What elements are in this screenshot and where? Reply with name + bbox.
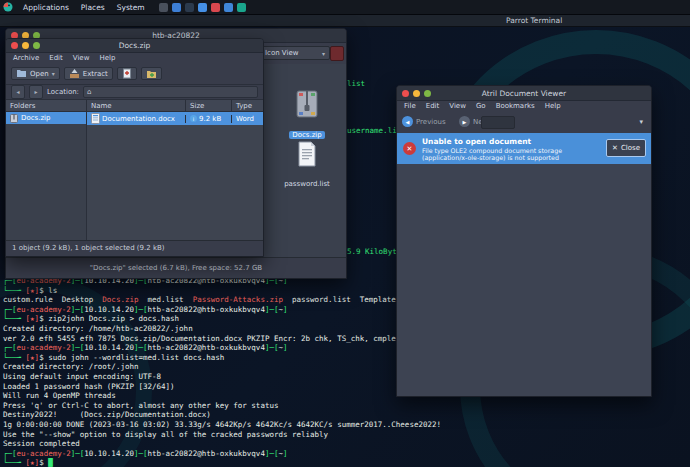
browser-icon[interactable] xyxy=(172,3,181,12)
text-file-icon xyxy=(296,141,318,167)
menu-system[interactable]: System xyxy=(111,3,151,12)
folder-open-icon xyxy=(16,69,27,78)
add-files-button[interactable] xyxy=(117,67,137,80)
menu-applications[interactable]: Applications xyxy=(17,3,75,12)
terminal-line: Use the "--show" option to display all o… xyxy=(3,430,690,440)
column-header-size[interactable]: Size xyxy=(185,100,231,112)
archive-file-list[interactable]: Name Size Type Documentation.docx xyxy=(87,100,263,241)
menu-bookmarks[interactable]: Bookmarks xyxy=(496,102,535,110)
terminal-text: ]─[ xyxy=(71,449,85,458)
terminal-text: └──╼ xyxy=(3,314,26,323)
terminal-text: └──╼ xyxy=(3,458,26,467)
column-header-type[interactable]: Type xyxy=(231,100,263,112)
terminal-text: htb-ac20822@htb-oxkukbvqv4 xyxy=(148,449,265,458)
caja-extra-toolbar-button[interactable] xyxy=(330,46,344,61)
menu-places[interactable]: Places xyxy=(75,3,111,12)
menu-help[interactable]: Help xyxy=(545,102,561,110)
folder-tree-label: Docs.zip xyxy=(21,114,50,122)
terminal-text: ┌─[ xyxy=(3,449,17,458)
security-icon[interactable] xyxy=(211,3,220,12)
terminal-text: ┌─[ xyxy=(3,343,17,352)
add-folder-button[interactable] xyxy=(141,67,162,80)
terminal-text: [★] xyxy=(26,458,40,467)
terminal-text: █ xyxy=(48,458,53,467)
files-icon[interactable] xyxy=(185,3,194,12)
arrow-right-icon: ▶ xyxy=(459,116,470,127)
archive-toolbar: Open ▾ Extract xyxy=(6,63,263,85)
terminal-line: └──╼ [★]$ █ xyxy=(3,458,690,467)
close-button[interactable] xyxy=(11,42,18,49)
menu-help[interactable]: Help xyxy=(99,54,115,62)
archive-manager-titlebar[interactable]: Docs.zip xyxy=(6,39,263,53)
terminal-text: [★] xyxy=(26,353,40,362)
terminal-text: [★] xyxy=(26,314,40,323)
extract-button-label: Extract xyxy=(83,70,108,78)
parrot-menu-icon[interactable] xyxy=(3,2,13,12)
archive-location-bar: ◂ ▸ Location: ⌂ xyxy=(6,84,263,100)
window-controls xyxy=(11,42,40,49)
emblem-icon: i xyxy=(190,115,197,122)
terminal-line: 1g 0:00:00:00 DONE (2023-03-16 03:02) 33… xyxy=(3,420,690,430)
menu-go[interactable]: Go xyxy=(476,102,486,110)
folder-tree-item-docs-zip[interactable]: Docs.zip xyxy=(6,112,86,124)
menu-file[interactable]: File xyxy=(404,102,416,110)
view-mode-select[interactable]: Icon View ▾ xyxy=(260,46,330,60)
menu-view[interactable]: View xyxy=(449,102,466,110)
terminal-window-titlebar[interactable]: Parrot Terminal xyxy=(0,15,690,27)
maximize-button[interactable] xyxy=(33,42,40,49)
terminal-text: ]─[ xyxy=(265,305,279,314)
terminal-text: 10.10.14.20 xyxy=(84,449,134,458)
terminal-text: custom.rule Desktop xyxy=(3,295,102,304)
terminal-text: med.list xyxy=(138,295,192,304)
menu-view[interactable]: View xyxy=(73,54,90,62)
file-label: Docs.zip xyxy=(289,131,324,139)
terminal-text: [★] xyxy=(26,286,40,295)
file-manager-statusbar: "Docs.zip" selected (6.7 kB), Free space… xyxy=(6,257,346,278)
location-input[interactable]: ⌂ xyxy=(83,86,258,98)
error-close-button[interactable]: ✕ Close xyxy=(606,139,646,157)
terminal-text: $ sudo john --wordlist=med.list docs.has… xyxy=(39,353,224,362)
network-icon[interactable] xyxy=(237,3,246,12)
terminal-fragment: list xyxy=(347,79,365,88)
file-label: password.list xyxy=(281,180,333,188)
atril-titlebar[interactable]: Atril Document Viewer xyxy=(397,86,651,101)
chevron-down-icon[interactable]: ▾ xyxy=(639,118,643,126)
column-header-name[interactable]: Name xyxy=(87,100,185,112)
minimize-button[interactable] xyxy=(413,90,420,97)
page-number-input[interactable] xyxy=(481,116,515,129)
file-size: 9.2 kB xyxy=(199,115,221,123)
forward-button[interactable]: ▸ xyxy=(29,85,43,99)
zip-file-icon xyxy=(10,114,18,123)
maximize-button[interactable] xyxy=(424,90,431,97)
open-button[interactable]: Open ▾ xyxy=(11,67,60,80)
chat-icon[interactable] xyxy=(198,3,207,12)
zip-file-icon xyxy=(295,90,319,118)
menu-edit[interactable]: Edit xyxy=(426,102,440,110)
home-icon: ⌂ xyxy=(87,88,91,96)
workspace-icon[interactable] xyxy=(159,3,168,12)
terminal-text: ]─[ xyxy=(265,343,279,352)
arrow-left-icon: ◀ xyxy=(402,116,413,127)
terminal-text: Use the "--show" option to display all o… xyxy=(3,430,328,439)
back-button[interactable]: ◂ xyxy=(11,85,25,99)
error-message: File type OLE2 compound document storage… xyxy=(422,147,582,161)
terminal-text: Will run 4 OpenMP threads xyxy=(3,391,116,400)
menu-archive[interactable]: Archive xyxy=(13,54,39,62)
error-banner[interactable]: ✕ Unable to open document File type OLE2… xyxy=(397,133,651,164)
previous-page-button[interactable]: ◀ Previous xyxy=(402,116,446,127)
file-item-docs-zip[interactable]: Docs.zip xyxy=(278,90,336,141)
minimize-button[interactable] xyxy=(22,42,29,49)
terminal-text: htb-ac20822@htb-oxkukbvqv4 xyxy=(148,343,265,352)
file-item-password-list[interactable]: password.list xyxy=(278,141,336,190)
editor-icon[interactable] xyxy=(224,3,233,12)
document-view-area[interactable] xyxy=(397,164,651,396)
terminal-text: ] xyxy=(283,343,288,352)
file-row-documentation-docx[interactable]: Documentation.docx i 9.2 kB Word xyxy=(87,112,263,125)
close-button[interactable] xyxy=(402,90,409,97)
atril-toolbar: ◀ Previous ▶ Next ▾ xyxy=(397,112,651,134)
open-button-label: Open xyxy=(30,70,49,78)
extract-button[interactable]: Extract xyxy=(64,67,113,80)
atril-window: Atril Document Viewer File Edit View Go … xyxy=(396,85,652,397)
terminal-text: └──╼ xyxy=(3,286,26,295)
menu-edit[interactable]: Edit xyxy=(49,54,63,62)
